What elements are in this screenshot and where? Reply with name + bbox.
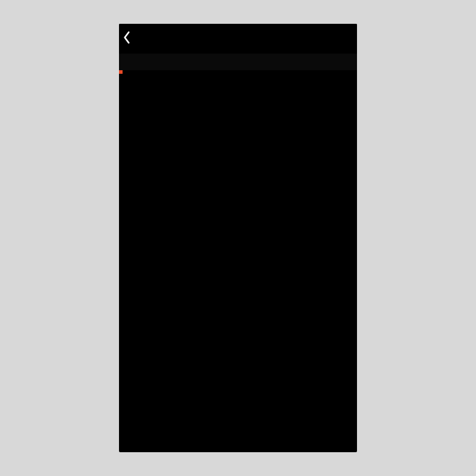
back-button[interactable] (119, 31, 132, 46)
phone-frame (119, 24, 357, 452)
highlight-annotation (119, 70, 123, 74)
navbar (119, 24, 357, 54)
section-header (119, 54, 357, 70)
chevron-left-icon (123, 31, 131, 46)
